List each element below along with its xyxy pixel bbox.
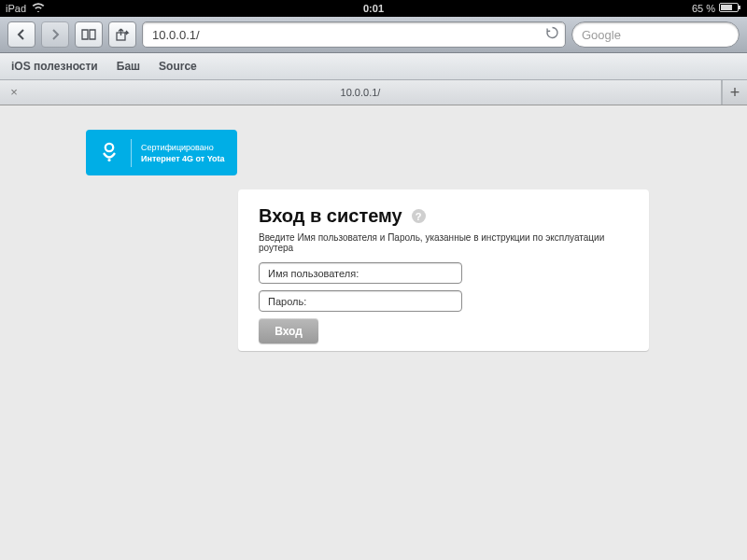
battery-icon bbox=[719, 3, 741, 14]
login-title: Вход в систему ? bbox=[259, 205, 628, 227]
bookmark-item[interactable]: Source bbox=[159, 60, 197, 73]
bookmark-item[interactable]: Баш bbox=[117, 60, 140, 73]
svg-point-4 bbox=[106, 143, 113, 150]
yota-badge: Сертифицировано Интернет 4G от Yota bbox=[86, 130, 237, 175]
battery-pct: 65 % bbox=[692, 3, 715, 14]
url-field[interactable]: 10.0.0.1/ bbox=[142, 21, 566, 48]
svg-rect-1 bbox=[739, 6, 740, 9]
clock: 0:01 bbox=[363, 3, 384, 14]
page-content: Сертифицировано Интернет 4G от Yota Вход… bbox=[0, 105, 747, 560]
bookmarks-bar: iOS полезности Баш Source bbox=[0, 53, 747, 80]
search-placeholder: Google bbox=[582, 28, 621, 42]
tab-bar: × 10.0.0.1/ + bbox=[0, 80, 747, 105]
divider bbox=[131, 139, 132, 167]
share-button[interactable] bbox=[108, 21, 136, 48]
device-label: iPad bbox=[6, 3, 26, 14]
refresh-icon[interactable] bbox=[545, 26, 559, 44]
login-card: Вход в систему ? Введите Имя пользовател… bbox=[238, 189, 649, 351]
yota-line2: Интернет 4G от Yota bbox=[141, 153, 225, 164]
url-text: 10.0.0.1/ bbox=[152, 28, 200, 42]
password-label: Пароль: bbox=[268, 296, 306, 307]
close-tab-icon[interactable]: × bbox=[7, 86, 21, 99]
help-icon[interactable]: ? bbox=[412, 209, 426, 223]
username-label: Имя пользователя: bbox=[268, 268, 359, 279]
forward-button[interactable] bbox=[41, 21, 69, 48]
status-bar: iPad 0:01 65 % bbox=[0, 0, 747, 17]
browser-toolbar: 10.0.0.1/ Google bbox=[0, 17, 747, 53]
username-field[interactable]: Имя пользователя: bbox=[259, 262, 462, 284]
login-hint: Введите Имя пользователя и Пароль, указа… bbox=[259, 232, 628, 253]
bookmark-item[interactable]: iOS полезности bbox=[11, 60, 98, 73]
bookmarks-button[interactable] bbox=[75, 21, 103, 48]
password-field[interactable]: Пароль: bbox=[259, 290, 462, 312]
browser-tab[interactable]: × 10.0.0.1/ bbox=[0, 80, 722, 105]
wifi-icon bbox=[32, 3, 45, 14]
new-tab-button[interactable]: + bbox=[722, 80, 747, 105]
yota-logo-icon bbox=[97, 141, 121, 165]
svg-point-5 bbox=[107, 158, 110, 161]
tab-title: 10.0.0.1/ bbox=[341, 87, 381, 98]
login-button[interactable]: Вход bbox=[259, 318, 318, 343]
search-field[interactable]: Google bbox=[571, 21, 740, 48]
svg-rect-2 bbox=[721, 5, 732, 10]
yota-line1: Сертифицировано bbox=[141, 142, 225, 153]
back-button[interactable] bbox=[7, 21, 35, 48]
